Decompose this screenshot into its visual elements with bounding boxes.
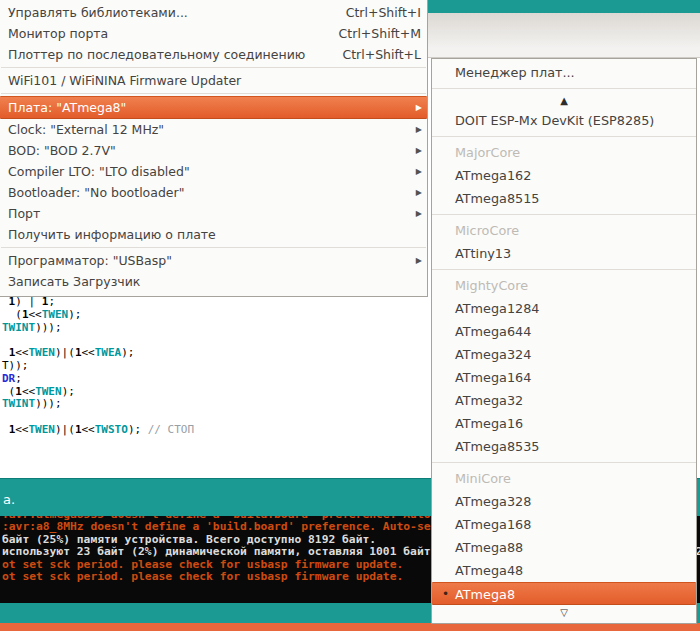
submenu-item-atmega1284[interactable]: ATmega1284	[432, 297, 696, 320]
ide-header-bar	[428, 0, 700, 13]
menu-item-board-info[interactable]: Получить информацию о плате	[0, 224, 427, 245]
menu-item-bootloader[interactable]: Bootloader: "No bootloader"▶	[0, 182, 427, 203]
submenu-item-label: DOIT ESP-Mx DevKit (ESP8285)	[455, 113, 654, 128]
code-segment: );	[62, 385, 75, 398]
menu-item-bod[interactable]: BOD: "BOD 2.7V"▶	[0, 140, 427, 161]
submenu-item-label: MiniCore	[455, 471, 511, 486]
menu-item-label: BOD: "BOD 2.7V"	[8, 140, 412, 161]
scroll-down-icon[interactable]: ▽	[432, 605, 696, 621]
submenu-item-minicore-header: MiniCore	[432, 467, 696, 490]
menu-item-programmer[interactable]: Программатор: "USBasp"▶	[0, 250, 427, 271]
menu-item-port[interactable]: Порт▶	[0, 203, 427, 224]
submenu-item-atmega8515[interactable]: ATmega8515	[432, 187, 696, 210]
submenu-item-label: ATmega8515	[455, 191, 539, 206]
submenu-item-doit-esp-mx-devkit[interactable]: DOIT ESP-Mx DevKit (ESP8285)	[432, 109, 696, 132]
submenu-item-label: ATmega644	[455, 324, 531, 339]
menu-item-label: Плоттер по последовательному соединению	[8, 44, 342, 65]
code-line: TWINT)));	[2, 322, 194, 335]
menu-item-compiler-lto[interactable]: Compiler LTO: "LTO disabled"▶	[0, 161, 427, 182]
code-segment: T));	[2, 359, 29, 372]
menu-item-serial-plotter[interactable]: Плоттер по последовательному соединениюC…	[0, 44, 427, 65]
code-line: 1<<TWEN)|(1<<TWSTO); // СТОП	[2, 424, 194, 437]
submenu-arrow-icon: ▶	[412, 250, 422, 271]
menu-item-board[interactable]: Плата: "ATmega8"▶	[0, 96, 427, 119]
code-segment: // СТОП	[148, 423, 194, 436]
code-segment: );	[68, 308, 81, 321]
code-segment: )|(	[55, 346, 75, 359]
code-segment: TWINT	[2, 321, 35, 334]
submenu-item-label: ATmega16	[455, 416, 523, 431]
scroll-up-icon[interactable]: ▲	[432, 93, 696, 109]
menu-item-clock[interactable]: Clock: "External 12 MHz"▶	[0, 119, 427, 140]
code-text: 1) | 1; (1<<TWEN);TWINT))); 1<<TWEN)|(1<…	[2, 296, 194, 437]
selected-board-bullet-icon: •	[442, 583, 449, 606]
code-segment	[2, 423, 9, 436]
submenu-item-label: Менеджер плат...	[455, 65, 575, 80]
submenu-item-label: MightyCore	[455, 278, 528, 293]
submenu-separator	[432, 214, 696, 215]
submenu-item-atmega32[interactable]: ATmega32	[432, 389, 696, 412]
submenu-arrow-icon: ▶	[412, 140, 422, 161]
submenu-item-label: ATmega88	[455, 540, 523, 555]
code-segment: <<	[82, 423, 95, 436]
submenu-item-attiny13[interactable]: ATtiny13	[432, 242, 696, 265]
menu-item-manage-libraries[interactable]: Управлять библиотеками...Ctrl+Shift+I	[0, 2, 427, 23]
window-bottom-strip	[0, 623, 700, 631]
code-segment: TWSTO	[95, 423, 128, 436]
submenu-item-boards-manager[interactable]: Менеджер плат...	[432, 61, 696, 84]
code-segment: <<	[15, 346, 28, 359]
menu-item-serial-monitor[interactable]: Монитор портаCtrl+Shift+M	[0, 23, 427, 44]
menu-item-label: Управлять библиотеками...	[8, 2, 346, 23]
submenu-item-atmega88[interactable]: ATmega88	[432, 536, 696, 559]
ide-toolbar-area	[428, 13, 700, 58]
menu-item-label: Clock: "External 12 MHz"	[8, 119, 412, 140]
submenu-item-atmega48[interactable]: ATmega48	[432, 559, 696, 582]
submenu-item-label: ATmega168	[455, 517, 531, 532]
code-line: 1<<TWEN)|(1<<TWEA);	[2, 347, 194, 360]
menu-item-wifi-firmware-updater[interactable]: WiFi101 / WiFiNINA Firmware Updater	[0, 70, 427, 91]
submenu-item-label: ATmega164	[455, 370, 531, 385]
code-segment: TWEA	[95, 346, 122, 359]
submenu-arrow-icon: ▶	[412, 97, 422, 118]
menu-separator	[1, 93, 426, 94]
submenu-separator	[432, 269, 696, 270]
code-segment: <<	[15, 423, 28, 436]
code-segment: <<	[29, 308, 42, 321]
submenu-item-atmega164[interactable]: ATmega164	[432, 366, 696, 389]
code-segment: TWEN	[42, 308, 69, 321]
code-segment: 1	[22, 308, 29, 321]
arduino-ide-screen: 1) | 1; (1<<TWEN);TWINT))); 1<<TWEN)|(1<…	[0, 0, 700, 631]
menu-item-label: Программатор: "USBasp"	[8, 250, 412, 271]
menu-item-label: Монитор порта	[8, 23, 339, 44]
code-segment: <<	[22, 385, 35, 398]
submenu-item-atmega644[interactable]: ATmega644	[432, 320, 696, 343]
menu-item-shortcut: Ctrl+Shift+I	[346, 2, 421, 23]
board-submenu: Менеджер плат...▲DOIT ESP-Mx DevKit (ESP…	[431, 58, 697, 624]
menu-item-label: WiFi101 / WiFiNINA Firmware Updater	[8, 70, 422, 91]
submenu-separator	[432, 136, 696, 137]
menu-item-label: Compiler LTO: "LTO disabled"	[8, 161, 412, 182]
menu-item-label: Записать Загрузчик	[8, 271, 422, 292]
code-segment: 1	[15, 385, 22, 398]
submenu-arrow-icon: ▶	[412, 161, 422, 182]
code-segment: )));	[35, 321, 62, 334]
submenu-item-label: ATmega162	[455, 168, 531, 183]
submenu-item-atmega324[interactable]: ATmega324	[432, 343, 696, 366]
submenu-item-atmega162[interactable]: ATmega162	[432, 164, 696, 187]
submenu-item-atmega8535[interactable]: ATmega8535	[432, 435, 696, 458]
submenu-item-atmega168[interactable]: ATmega168	[432, 513, 696, 536]
submenu-item-microcore-header: MicroCore	[432, 219, 696, 242]
menu-item-burn-bootloader[interactable]: Записать Загрузчик	[0, 271, 427, 292]
code-segment: 1	[75, 423, 82, 436]
submenu-arrow-icon: ▶	[412, 203, 422, 224]
submenu-item-label: ATmega8	[455, 587, 515, 602]
code-segment: ;	[15, 372, 22, 385]
submenu-item-atmega8[interactable]: •ATmega8	[432, 582, 696, 605]
submenu-item-atmega16[interactable]: ATmega16	[432, 412, 696, 435]
submenu-item-majorcore-header: MajorCore	[432, 141, 696, 164]
submenu-separator	[432, 462, 696, 463]
submenu-item-mightycore-header: MightyCore	[432, 274, 696, 297]
submenu-item-atmega328[interactable]: ATmega328	[432, 490, 696, 513]
code-segment: );	[128, 423, 148, 436]
menu-item-label: Порт	[8, 203, 412, 224]
